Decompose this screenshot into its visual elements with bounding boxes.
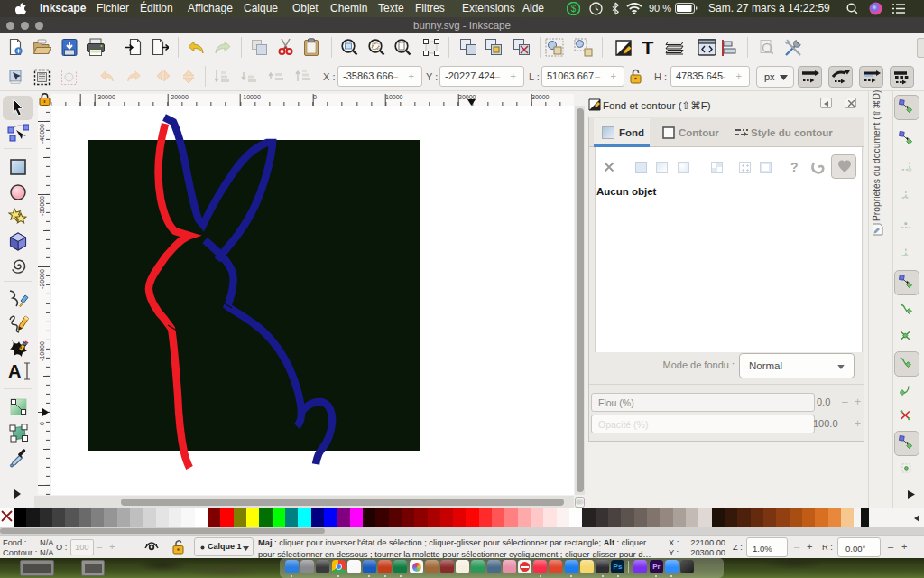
svg-text:0: 0 — [39, 422, 45, 425]
svg-text:-20000: -20000 — [39, 269, 45, 289]
svg-text:-10000: -10000 — [39, 341, 45, 361]
svg-text:$: $ — [571, 4, 577, 14]
svg-text:-30000: -30000 — [39, 196, 45, 216]
svg-text:-40000: -40000 — [39, 124, 45, 144]
